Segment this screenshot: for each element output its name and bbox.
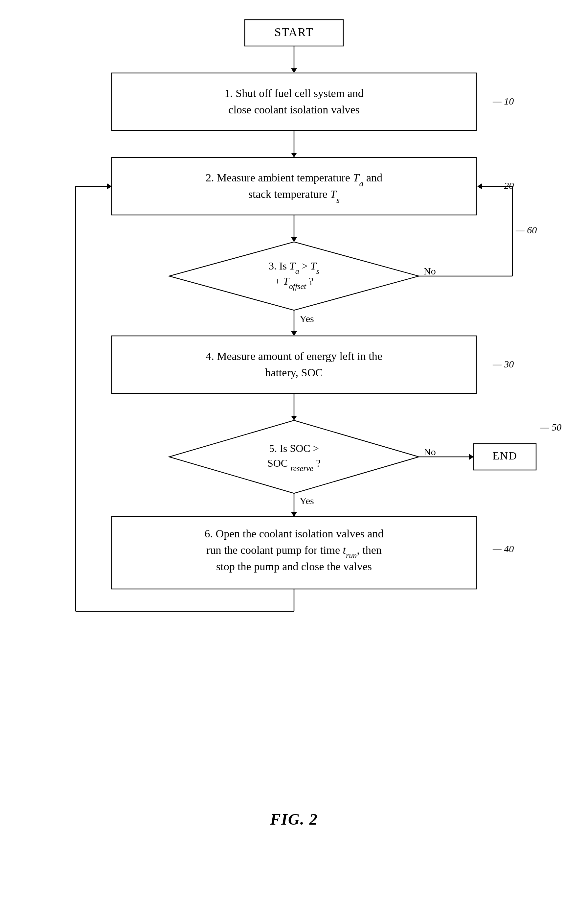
svg-marker-33 xyxy=(291,416,297,420)
svg-text:battery, SOC: battery, SOC xyxy=(265,366,323,379)
svg-rect-4 xyxy=(112,73,476,131)
svg-marker-55 xyxy=(107,183,112,189)
svg-text:No: No xyxy=(424,266,436,276)
svg-rect-10 xyxy=(112,157,476,215)
svg-marker-45 xyxy=(291,512,297,517)
svg-marker-15 xyxy=(291,237,297,242)
figure-caption: FIG. 2 xyxy=(270,810,318,828)
svg-text:Yes: Yes xyxy=(300,313,314,324)
svg-text:— 10: — 10 xyxy=(493,96,514,107)
svg-text:— 30: — 30 xyxy=(493,359,514,369)
svg-text:1. Shut off fuel cell system a: 1. Shut off fuel cell system and xyxy=(225,87,363,99)
svg-marker-3 xyxy=(291,68,297,73)
svg-text:5. Is SOC >: 5. Is SOC > xyxy=(269,442,319,454)
svg-text:END: END xyxy=(493,450,517,462)
svg-marker-34 xyxy=(169,420,419,493)
svg-marker-27 xyxy=(291,331,297,336)
svg-marker-16 xyxy=(169,242,419,310)
flowchart-svg: START 1. Shut off fuel cell system and c… xyxy=(0,0,588,887)
svg-text:4. Measure amount of energy le: 4. Measure amount of energy left in the xyxy=(206,350,382,362)
svg-text:6. Open the coolant isolation : 6. Open the coolant isolation valves and xyxy=(205,528,384,540)
svg-marker-9 xyxy=(291,153,297,157)
svg-text:— 50: — 50 xyxy=(540,422,561,432)
svg-text:START: START xyxy=(275,26,314,39)
svg-marker-23 xyxy=(477,183,482,189)
svg-text:close coolant isolation valves: close coolant isolation valves xyxy=(228,104,359,116)
svg-text:stop the pump and close the va: stop the pump and close the valves xyxy=(216,560,372,573)
svg-text:— 40: — 40 xyxy=(493,543,514,554)
svg-text:— 60: — 60 xyxy=(515,225,537,235)
svg-text:No: No xyxy=(424,446,436,457)
diagram-container: START 1. Shut off fuel cell system and c… xyxy=(0,0,588,855)
svg-text:Yes: Yes xyxy=(300,495,314,506)
svg-text:— 20: — 20 xyxy=(493,180,514,191)
svg-marker-39 xyxy=(469,454,474,460)
svg-rect-28 xyxy=(112,336,476,394)
